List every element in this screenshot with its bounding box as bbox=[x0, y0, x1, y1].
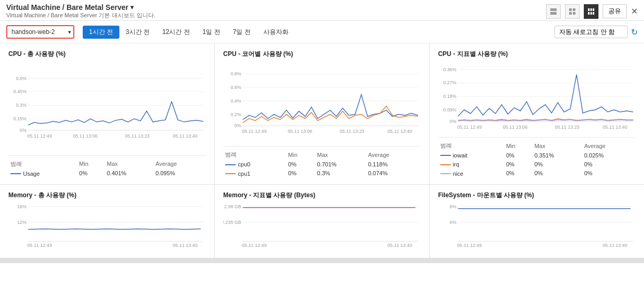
view-grid3-button[interactable] bbox=[584, 4, 598, 19]
svg-text:0.4%: 0.4% bbox=[231, 98, 241, 104]
legend-header-name: 범례 bbox=[438, 141, 504, 151]
svg-text:05.11 13:40: 05.11 13:40 bbox=[387, 129, 412, 134]
svg-rect-11 bbox=[593, 12, 594, 15]
card-filesystem-title: FileSystem - 마운트별 사용량 (%) bbox=[438, 191, 636, 200]
close-button[interactable]: ✕ bbox=[631, 6, 638, 16]
chart-memory-metric: 2.98 GB 2.235 GB 05.11 12:49 05.11 13:40 bbox=[223, 202, 420, 250]
svg-text:0.8%: 0.8% bbox=[231, 71, 241, 76]
legend-header-min: Min bbox=[504, 141, 532, 151]
svg-text:05.11 12:49: 05.11 12:49 bbox=[242, 243, 267, 248]
svg-text:05.11 13:23: 05.11 13:23 bbox=[554, 125, 579, 130]
card-memory-metric: Memory - 지표별 사용량 (Bytes) 2.98 GB 2.235 G… bbox=[215, 185, 429, 258]
time-custom-button[interactable]: 사용자화 bbox=[257, 26, 295, 39]
card-cpu-total-title: CPU - 총 사용량 (%) bbox=[8, 50, 206, 59]
server-select[interactable]: handson-web-2 bbox=[6, 25, 74, 39]
svg-text:05.11 12:49: 05.11 12:49 bbox=[27, 243, 52, 248]
svg-text:05.11 13:23: 05.11 13:23 bbox=[340, 129, 364, 134]
toolbar-right: 자동 새로고침 안 함 30초 1분 5분 ↻ bbox=[554, 26, 638, 38]
svg-text:05.11 12:49: 05.11 12:49 bbox=[27, 133, 52, 139]
chart-cpu-total-svg: 0.6% 0.45% 0.3% 0.15% 0% 05.11 12:49 05.… bbox=[8, 61, 206, 153]
svg-text:0%: 0% bbox=[235, 123, 241, 128]
legend-header-avg: Average bbox=[366, 150, 421, 160]
svg-rect-0 bbox=[550, 8, 557, 11]
svg-text:8%: 8% bbox=[450, 203, 457, 209]
chart-cpu-core: 0.8% 0.6% 0.4% 0.2% 0% 05.11 12:49 05.11… bbox=[223, 61, 420, 144]
chart-cpu-metric: 0.36% 0.27% 0.18% 0.09% 0% 05.11 12:49 0… bbox=[438, 61, 636, 135]
legend-header-min: Min bbox=[286, 150, 315, 160]
svg-text:05.11 12:49: 05.11 12:49 bbox=[457, 125, 482, 130]
refresh-button[interactable]: ↻ bbox=[631, 27, 638, 37]
svg-rect-5 bbox=[573, 12, 575, 15]
time-1d-button[interactable]: 1일 전 bbox=[196, 26, 227, 39]
chart-memory-total: 16% 12% 05.11 12:49 05.11 13:40 bbox=[8, 202, 206, 250]
card-memory-total: Memory - 총 사용량 (%) 16% 12% 05.11 12:49 0… bbox=[0, 185, 214, 258]
view-grid2-button[interactable] bbox=[565, 4, 580, 19]
chart-cpu-metric-svg: 0.36% 0.27% 0.18% 0.09% 0% 05.11 12:49 0… bbox=[438, 61, 636, 135]
time-3h-button[interactable]: 3시간 전 bbox=[119, 26, 156, 39]
svg-text:05.11 13:40: 05.11 13:40 bbox=[603, 125, 627, 130]
time-1h-button[interactable]: 1시간 전 bbox=[83, 26, 119, 39]
svg-text:0%: 0% bbox=[450, 119, 457, 124]
chart-memory-total-svg: 16% 12% 05.11 12:49 05.11 13:40 bbox=[8, 202, 206, 250]
legend-header-avg: Average bbox=[582, 141, 636, 151]
svg-text:05.11 13:40: 05.11 13:40 bbox=[387, 243, 412, 248]
svg-text:05.11 13:40: 05.11 13:40 bbox=[603, 243, 627, 248]
chart-filesystem-svg: 8% 6% 05.11 12:49 05.11 13:40 bbox=[438, 202, 636, 250]
page-title: Virtual Machine / Bare Metal Server bbox=[6, 3, 128, 12]
toolbar: handson-web-2 1시간 전 3시간 전 12시간 전 1일 전 7일… bbox=[0, 21, 644, 43]
legend-header-min: Min bbox=[77, 159, 105, 169]
svg-text:0.6%: 0.6% bbox=[16, 76, 26, 81]
svg-text:0.09%: 0.09% bbox=[443, 107, 456, 112]
card-cpu-total: CPU - 총 사용량 (%) 0.6% 0.45% 0.3% 0.15% 0%… bbox=[0, 43, 214, 184]
legend-row-iowait: iowait 0% 0.351% 0.025% bbox=[438, 151, 636, 160]
card-cpu-metric-title: CPU - 지표별 사용량 (%) bbox=[438, 50, 636, 59]
chart-cpu-total: 0.6% 0.45% 0.3% 0.15% 0% 05.11 12:49 05.… bbox=[8, 61, 206, 153]
svg-rect-3 bbox=[573, 8, 575, 11]
svg-text:6%: 6% bbox=[450, 219, 457, 224]
card-cpu-core: CPU - 코어별 사용량 (%) 0.8% 0.6% 0.4% 0.2% 0%… bbox=[215, 43, 429, 184]
legend-header-max: Max bbox=[105, 159, 153, 169]
svg-rect-6 bbox=[588, 8, 590, 11]
svg-text:0.2%: 0.2% bbox=[231, 112, 241, 117]
svg-text:2.235 GB: 2.235 GB bbox=[223, 219, 241, 224]
svg-text:05.11 13:23: 05.11 13:23 bbox=[125, 133, 150, 139]
dashboard-grid: CPU - 총 사용량 (%) 0.6% 0.45% 0.3% 0.15% 0%… bbox=[0, 43, 644, 263]
time-7d-button[interactable]: 7일 전 bbox=[227, 26, 257, 39]
legend-cpu-core: 범례 Min Max Average cpu0 0% 0.701% 0.118%… bbox=[223, 146, 420, 177]
view-grid1-button[interactable] bbox=[546, 4, 561, 19]
svg-text:0.15%: 0.15% bbox=[13, 116, 26, 121]
svg-rect-1 bbox=[550, 12, 557, 15]
chart-memory-metric-svg: 2.98 GB 2.235 GB 05.11 12:49 05.11 13:40 bbox=[223, 202, 420, 250]
card-cpu-metric: CPU - 지표별 사용량 (%) 0.36% 0.27% 0.18% 0.09… bbox=[430, 43, 644, 184]
svg-text:0%: 0% bbox=[20, 128, 27, 133]
svg-text:0.3%: 0.3% bbox=[16, 103, 26, 108]
svg-text:0.45%: 0.45% bbox=[13, 89, 26, 94]
time-buttons: 1시간 전 3시간 전 12시간 전 1일 전 7일 전 사용자화 bbox=[83, 26, 295, 39]
header-right: 공유 ✕ bbox=[546, 4, 638, 19]
svg-rect-7 bbox=[591, 8, 592, 11]
header-subtitle: Virtual Machine / Bare Metal Server 기본 대… bbox=[6, 12, 156, 19]
svg-text:05.11 12:49: 05.11 12:49 bbox=[242, 129, 267, 134]
chart-filesystem: 8% 6% 05.11 12:49 05.11 13:40 bbox=[438, 202, 636, 250]
legend-header-max: Max bbox=[315, 150, 366, 160]
legend-header-avg: Average bbox=[153, 159, 206, 169]
legend-row-nice: nice 0% 0% 0% bbox=[438, 169, 636, 178]
svg-rect-8 bbox=[593, 8, 594, 11]
auto-refresh-select[interactable]: 자동 새로고침 안 함 30초 1분 5분 bbox=[554, 26, 628, 38]
legend-row-usage: Usage 0% 0.401% 0.095% bbox=[8, 169, 206, 178]
svg-rect-4 bbox=[569, 12, 572, 15]
svg-text:12%: 12% bbox=[17, 219, 27, 224]
toolbar-left: handson-web-2 1시간 전 3시간 전 12시간 전 1일 전 7일… bbox=[6, 25, 295, 39]
chart-cpu-core-svg: 0.8% 0.6% 0.4% 0.2% 0% 05.11 12:49 05.11… bbox=[223, 61, 420, 144]
svg-text:05.11 13:40: 05.11 13:40 bbox=[173, 243, 197, 248]
svg-text:0.6%: 0.6% bbox=[231, 85, 241, 90]
svg-text:0.27%: 0.27% bbox=[443, 80, 456, 85]
share-button[interactable]: 공유 bbox=[603, 4, 627, 18]
title-dropdown-icon[interactable]: ▾ bbox=[130, 4, 134, 11]
svg-text:0.18%: 0.18% bbox=[443, 94, 456, 99]
legend-cpu-total: 범례 Min Max Average Usage 0% 0.401% 0.095… bbox=[8, 155, 206, 178]
time-12h-button[interactable]: 12시간 전 bbox=[156, 26, 196, 39]
svg-text:16%: 16% bbox=[17, 203, 27, 209]
legend-header-name: 범례 bbox=[223, 150, 286, 160]
header: Virtual Machine / Bare Metal Server ▾ Vi… bbox=[0, 0, 644, 21]
